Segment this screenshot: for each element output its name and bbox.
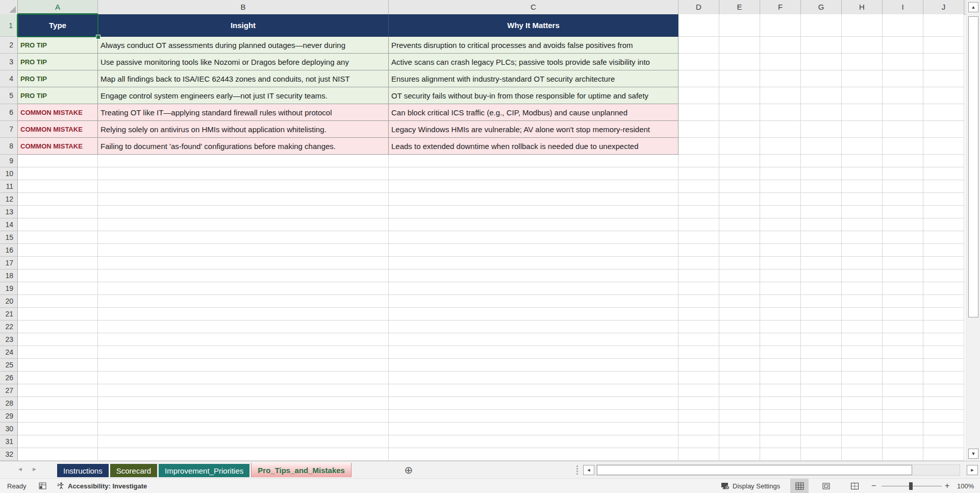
row-header-10[interactable]: 10 [0, 167, 18, 180]
cell-I8[interactable] [883, 138, 923, 155]
cell-H21[interactable] [842, 308, 883, 321]
cell-G2[interactable] [801, 37, 842, 54]
zoom-out-button[interactable]: − [871, 479, 876, 493]
cell-D24[interactable] [679, 346, 719, 359]
previous-sheet-arrow-icon[interactable]: ◄ [17, 466, 23, 472]
cell-I19[interactable] [883, 282, 923, 295]
cell-G8[interactable] [801, 138, 842, 155]
cell-G6[interactable] [801, 104, 842, 121]
cell-A20[interactable] [18, 295, 98, 308]
cell-D23[interactable] [679, 333, 719, 346]
cell-I9[interactable] [883, 155, 923, 167]
cell-H5[interactable] [842, 87, 883, 104]
row-header-12[interactable]: 12 [0, 193, 18, 206]
row-header-29[interactable]: 29 [0, 410, 18, 423]
cell-F15[interactable] [760, 231, 801, 244]
cell-E1[interactable] [719, 14, 760, 37]
cell-D14[interactable] [679, 218, 719, 231]
cell-J14[interactable] [923, 218, 964, 231]
cell-E3[interactable] [719, 54, 760, 70]
cell-I27[interactable] [883, 384, 923, 397]
cell-H31[interactable] [842, 435, 883, 448]
cell-D30[interactable] [679, 423, 719, 435]
cell-F21[interactable] [760, 308, 801, 321]
cell-C28[interactable] [389, 397, 679, 410]
cell-J30[interactable] [923, 423, 964, 435]
cell-C5[interactable]: OT security fails without buy-in from th… [389, 87, 679, 104]
cell-G1[interactable] [801, 14, 842, 37]
cell-E7[interactable] [719, 121, 760, 138]
cell-G10[interactable] [801, 167, 842, 180]
cell-C20[interactable] [389, 295, 679, 308]
cell-G32[interactable] [801, 448, 842, 461]
cell-E13[interactable] [719, 206, 760, 218]
cell-A2[interactable]: PRO TIP [18, 37, 98, 54]
select-all-button[interactable] [0, 0, 18, 14]
cell-D16[interactable] [679, 244, 719, 257]
cell-E19[interactable] [719, 282, 760, 295]
tab-scrollbar-splitter[interactable] [576, 465, 580, 475]
cell-G17[interactable] [801, 257, 842, 269]
cell-H23[interactable] [842, 333, 883, 346]
cell-A4[interactable]: PRO TIP [18, 70, 98, 87]
display-settings-button[interactable]: Display Settings [721, 479, 780, 493]
cell-I28[interactable] [883, 397, 923, 410]
cell-H25[interactable] [842, 359, 883, 372]
cell-G4[interactable] [801, 70, 842, 87]
cell-J28[interactable] [923, 397, 964, 410]
cell-B32[interactable] [98, 448, 389, 461]
cell-J27[interactable] [923, 384, 964, 397]
horizontal-scrollbar-thumb[interactable] [597, 465, 912, 475]
cell-D8[interactable] [679, 138, 719, 155]
cell-C29[interactable] [389, 410, 679, 423]
accessibility-status[interactable]: Accessibility: Investigate [57, 479, 147, 493]
cell-J18[interactable] [923, 269, 964, 282]
cell-E28[interactable] [719, 397, 760, 410]
cell-B21[interactable] [98, 308, 389, 321]
cell-A18[interactable] [18, 269, 98, 282]
cell-E5[interactable] [719, 87, 760, 104]
cell-E15[interactable] [719, 231, 760, 244]
cell-G29[interactable] [801, 410, 842, 423]
cell-D22[interactable] [679, 321, 719, 333]
row-header-13[interactable]: 13 [0, 206, 18, 218]
cell-D32[interactable] [679, 448, 719, 461]
cell-I2[interactable] [883, 37, 923, 54]
cell-G3[interactable] [801, 54, 842, 70]
row-header-20[interactable]: 20 [0, 295, 18, 308]
cell-G5[interactable] [801, 87, 842, 104]
cell-F14[interactable] [760, 218, 801, 231]
cell-B30[interactable] [98, 423, 389, 435]
row-header-8[interactable]: 8 [0, 138, 18, 155]
cell-I21[interactable] [883, 308, 923, 321]
cell-G21[interactable] [801, 308, 842, 321]
row-header-4[interactable]: 4 [0, 70, 18, 87]
row-header-30[interactable]: 30 [0, 423, 18, 435]
cell-F24[interactable] [760, 346, 801, 359]
cell-E11[interactable] [719, 180, 760, 193]
cell-B12[interactable] [98, 193, 389, 206]
cell-G9[interactable] [801, 155, 842, 167]
cell-C18[interactable] [389, 269, 679, 282]
cell-F20[interactable] [760, 295, 801, 308]
cell-H7[interactable] [842, 121, 883, 138]
cell-D21[interactable] [679, 308, 719, 321]
cell-H3[interactable] [842, 54, 883, 70]
scroll-up-button[interactable]: ▲ [968, 2, 978, 12]
cell-G11[interactable] [801, 180, 842, 193]
cell-C11[interactable] [389, 180, 679, 193]
cell-C30[interactable] [389, 423, 679, 435]
scroll-left-button[interactable]: ◄ [583, 465, 594, 475]
cell-D1[interactable] [679, 14, 719, 37]
macro-record-icon[interactable] [39, 479, 47, 493]
cell-H14[interactable] [842, 218, 883, 231]
cell-F5[interactable] [760, 87, 801, 104]
cell-D20[interactable] [679, 295, 719, 308]
cell-H18[interactable] [842, 269, 883, 282]
column-header-G[interactable]: G [801, 0, 842, 14]
cell-G7[interactable] [801, 121, 842, 138]
cell-I12[interactable] [883, 193, 923, 206]
cell-B19[interactable] [98, 282, 389, 295]
cell-J21[interactable] [923, 308, 964, 321]
cell-H20[interactable] [842, 295, 883, 308]
